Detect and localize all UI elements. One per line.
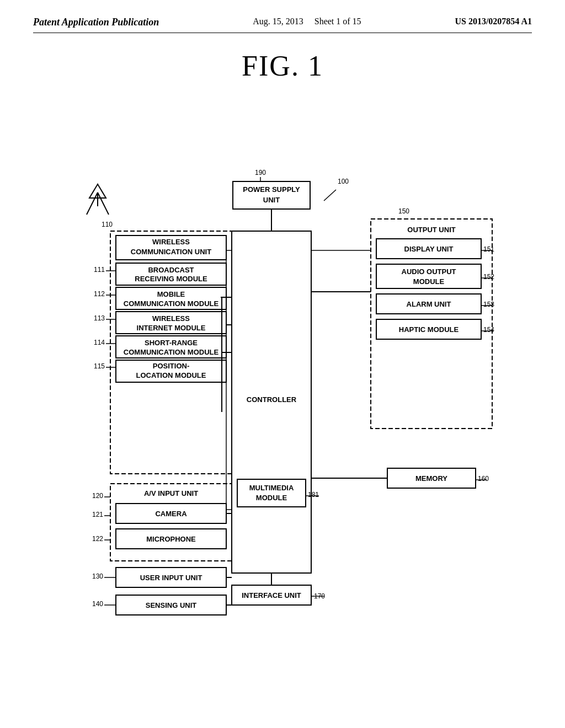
svg-text:POSITION-: POSITION-: [153, 362, 189, 370]
svg-text:140: 140: [92, 600, 103, 608]
svg-text:SHORT-RANGE: SHORT-RANGE: [145, 339, 198, 347]
svg-text:111: 111: [94, 266, 105, 274]
svg-text:MICROPHONE: MICROPHONE: [146, 535, 196, 543]
svg-text:BROADCAST: BROADCAST: [148, 266, 194, 274]
header-date-sheet: Aug. 15, 2013 Sheet 1 of 15: [253, 17, 361, 26]
svg-text:190: 190: [255, 169, 266, 176]
svg-text:151: 151: [483, 245, 494, 253]
svg-text:MODULE: MODULE: [256, 494, 287, 502]
svg-text:COMMUNICATION UNIT: COMMUNICATION UNIT: [131, 248, 211, 256]
svg-text:OUTPUT UNIT: OUTPUT UNIT: [407, 226, 455, 234]
svg-text:SENSING UNIT: SENSING UNIT: [146, 601, 197, 609]
svg-text:RECEIVING MODULE: RECEIVING MODULE: [135, 275, 207, 283]
svg-text:WIRELESS: WIRELESS: [152, 314, 190, 323]
svg-text:152: 152: [483, 273, 494, 281]
svg-text:DISPLAY UNIT: DISPLAY UNIT: [404, 245, 454, 253]
svg-text:120: 120: [92, 492, 103, 500]
svg-text:100: 100: [338, 178, 349, 185]
svg-text:122: 122: [92, 535, 103, 543]
page: Patent Application Publication Aug. 15, …: [0, 0, 565, 728]
svg-text:113: 113: [94, 314, 105, 322]
svg-text:INTERNET MODULE: INTERNET MODULE: [137, 324, 206, 332]
svg-text:MODULE: MODULE: [413, 277, 445, 286]
svg-text:112: 112: [94, 290, 105, 298]
diagram: text { font-family: Arial, sans-serif; f…: [45, 104, 520, 656]
svg-text:153: 153: [483, 301, 494, 308]
svg-text:150: 150: [398, 207, 409, 215]
svg-text:154: 154: [483, 326, 494, 334]
svg-line-2: [98, 192, 109, 215]
svg-text:UNIT: UNIT: [263, 196, 280, 204]
svg-text:WIRELESS: WIRELESS: [152, 238, 190, 246]
svg-text:LOCATION MODULE: LOCATION MODULE: [136, 371, 206, 379]
svg-text:COMMUNICATION MODULE: COMMUNICATION MODULE: [124, 299, 219, 308]
figure-title: FIG. 1: [33, 50, 532, 82]
svg-text:MEMORY: MEMORY: [415, 474, 447, 483]
svg-text:INTERFACE UNIT: INTERFACE UNIT: [242, 591, 301, 599]
svg-text:A/V INPUT UNIT: A/V INPUT UNIT: [144, 489, 198, 497]
svg-text:115: 115: [94, 362, 105, 370]
svg-text:MOBILE: MOBILE: [157, 290, 185, 298]
svg-line-1: [87, 192, 98, 215]
svg-text:110: 110: [102, 221, 113, 228]
svg-text:ALARM UNIT: ALARM UNIT: [407, 300, 451, 308]
svg-text:AUDIO OUTPUT: AUDIO OUTPUT: [402, 267, 456, 276]
svg-text:114: 114: [94, 339, 105, 346]
svg-text:HAPTIC MODULE: HAPTIC MODULE: [399, 325, 459, 334]
page-header: Patent Application Publication Aug. 15, …: [33, 17, 532, 33]
svg-text:130: 130: [92, 572, 103, 580]
svg-text:CAMERA: CAMERA: [155, 510, 187, 518]
header-patent-number: US 2013/0207854 A1: [455, 17, 532, 26]
svg-text:USER  INPUT UNIT: USER INPUT UNIT: [140, 574, 202, 582]
svg-text:CONTROLLER: CONTROLLER: [247, 395, 297, 404]
svg-text:COMMUNICATION MODULE: COMMUNICATION MODULE: [124, 348, 219, 356]
svg-line-60: [324, 190, 336, 201]
svg-text:MULTIMEDIA: MULTIMEDIA: [249, 484, 294, 492]
header-publication: Patent Application Publication: [33, 17, 159, 28]
svg-text:121: 121: [92, 511, 103, 518]
svg-text:POWER SUPPLY: POWER SUPPLY: [243, 185, 300, 194]
svg-text:181: 181: [308, 491, 319, 499]
svg-text:160: 160: [478, 475, 489, 483]
